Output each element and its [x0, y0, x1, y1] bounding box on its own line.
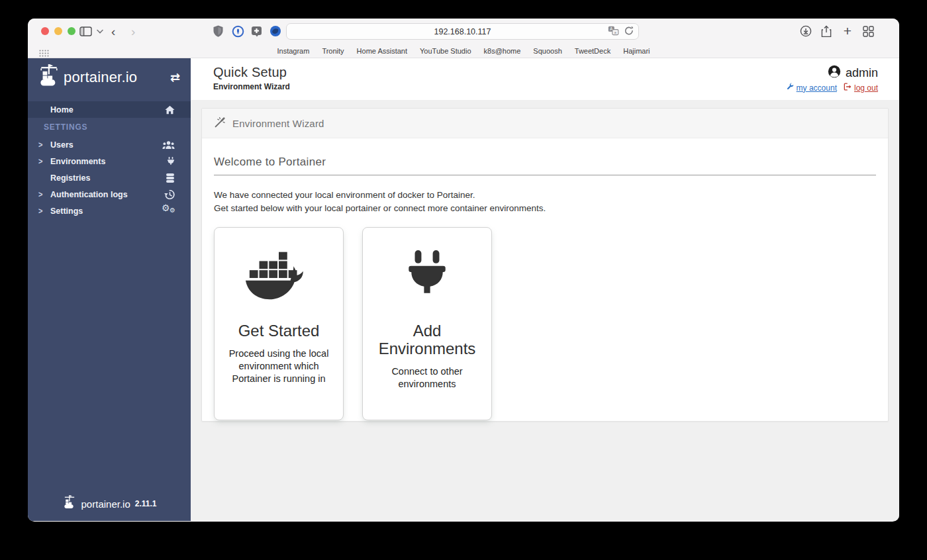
annotate-extension-icon[interactable]: [251, 24, 262, 38]
database-icon: [166, 173, 175, 183]
sidebar-collapse-icon[interactable]: ⇄: [170, 70, 180, 85]
new-tab-icon[interactable]: +: [844, 24, 852, 38]
sidebar-item-label: Authentication logs: [50, 190, 128, 199]
user-circle-icon: [828, 65, 841, 81]
sidebar-item-label: Users: [50, 140, 73, 150]
magic-wand-icon: [214, 117, 226, 130]
sidebar-item-label: Registries: [50, 173, 90, 183]
sidebar-item-label: Environments: [50, 157, 105, 166]
close-window-button[interactable]: [41, 27, 49, 35]
page-body: Environment Wizard Welcome to Portainer …: [191, 100, 899, 521]
log-out-icon: [844, 83, 852, 93]
portainer-whale-logo-icon: [62, 494, 77, 513]
footer-logo-text: portainer.io: [81, 498, 130, 510]
sidebar-item-users[interactable]: > Users: [28, 136, 191, 153]
downloads-icon[interactable]: [800, 24, 812, 38]
bookmark-squoosh[interactable]: Squoosh: [533, 47, 561, 55]
intro-line-1: We have connected your local environment…: [214, 189, 876, 202]
sidebar-logo-text: portainer.io: [64, 69, 137, 86]
wrench-icon: [786, 83, 794, 93]
chevron-right-icon: >: [38, 156, 42, 165]
chevron-right-icon: >: [38, 189, 42, 199]
page-subtitle: Environment Wizard: [213, 82, 290, 91]
history-icon: [164, 189, 175, 199]
back-button[interactable]: ‹: [111, 24, 115, 38]
onepassword-extension-icon[interactable]: [232, 24, 244, 38]
traffic-lights: [41, 27, 75, 35]
bookmark-tweetdeck[interactable]: TweetDeck: [575, 47, 610, 55]
users-icon: [162, 140, 175, 150]
sidebar-item-authentication-logs[interactable]: > Authentication logs: [28, 186, 191, 203]
intro-line-2: Get started below with your local portai…: [214, 202, 876, 215]
sidebar: portainer.io ⇄ Home SETTINGS > Users: [28, 58, 191, 521]
browser-toolbar: ‹ › 192.168.10.117 Aa: [28, 19, 899, 44]
sidebar-toggle-icon[interactable]: [79, 24, 92, 38]
page-title: Quick Setup: [213, 65, 290, 80]
sidebar-item-registries[interactable]: Registries: [28, 169, 191, 186]
card-description: Proceed using the local environment whic…: [215, 348, 343, 385]
page-header: Quick Setup Environment Wizard admin: [191, 58, 899, 100]
docker-whale-icon: [215, 245, 343, 307]
plug-icon: [167, 156, 175, 166]
chevron-right-icon: >: [38, 140, 42, 149]
panel-title: Environment Wizard: [232, 118, 324, 129]
portainer-whale-logo-icon: [37, 64, 61, 91]
sidebar-menu: Home SETTINGS > Users > Environments: [28, 101, 191, 219]
bookmark-tronity[interactable]: Tronity: [322, 47, 344, 55]
sidebar-section-settings: SETTINGS: [28, 118, 191, 136]
environment-wizard-panel: Environment Wizard Welcome to Portainer …: [201, 108, 889, 422]
sidebar-logo[interactable]: portainer.io ⇄: [28, 58, 191, 96]
browser-window: ‹ › 192.168.10.117 Aa: [28, 19, 899, 522]
tab-overview-icon[interactable]: [863, 24, 874, 38]
add-environments-card[interactable]: Add Environments Connect to other enviro…: [362, 227, 492, 420]
bookmark-youtube-studio[interactable]: YouTube Studio: [420, 47, 471, 55]
sidebar-item-home[interactable]: Home: [28, 101, 191, 118]
chevron-right-icon: >: [38, 206, 42, 215]
forward-button[interactable]: ›: [131, 24, 135, 38]
url-text[interactable]: 192.168.10.117: [287, 27, 638, 36]
sidebar-chevron-down-icon[interactable]: [97, 24, 103, 38]
reload-icon[interactable]: [624, 26, 634, 38]
get-started-card[interactable]: Get Started Proceed using the local envi…: [214, 227, 344, 420]
sidebar-item-label: Home: [50, 105, 73, 115]
share-icon[interactable]: [821, 24, 832, 38]
home-icon: [165, 105, 175, 115]
card-title: Get Started: [215, 322, 343, 340]
minimize-window-button[interactable]: [54, 27, 62, 35]
bookmark-instagram[interactable]: Instagram: [277, 47, 309, 55]
url-bar[interactable]: 192.168.10.117 Aa: [286, 23, 639, 40]
username: admin: [846, 66, 878, 80]
log-out-link[interactable]: log out: [844, 83, 878, 93]
sidebar-item-settings[interactable]: > Settings ⚙⚙: [28, 203, 191, 219]
bookmark-hajimari[interactable]: Hajimari: [623, 47, 650, 55]
sidebar-footer: portainer.io 2.11.1: [28, 494, 191, 513]
version-label: 2.11.1: [135, 499, 157, 508]
bookmark-home-assistant[interactable]: Home Assistant: [357, 47, 407, 55]
card-description: Connect to other environments: [363, 365, 491, 391]
welcome-heading: Welcome to Portainer: [214, 156, 876, 175]
my-account-link[interactable]: my account: [786, 83, 837, 93]
main-area: Quick Setup Environment Wizard admin: [191, 58, 899, 521]
zoom-window-button[interactable]: [68, 27, 75, 35]
cogs-icon: ⚙⚙: [163, 206, 175, 216]
panel-header: Environment Wizard: [202, 109, 888, 138]
plug-icon: [363, 245, 491, 307]
bookmark-k8s-home[interactable]: k8s@home: [484, 47, 521, 55]
translate-icon[interactable]: Aa: [608, 26, 619, 38]
sidebar-item-environments[interactable]: > Environments: [28, 153, 191, 169]
bookmarks-bar: Instagram Tronity Home Assistant YouTube…: [28, 44, 899, 58]
blue-extension-icon[interactable]: [269, 24, 281, 38]
shield-extension-icon[interactable]: [213, 24, 223, 38]
card-title: Add Environments: [363, 322, 491, 357]
sidebar-item-label: Settings: [50, 207, 83, 216]
